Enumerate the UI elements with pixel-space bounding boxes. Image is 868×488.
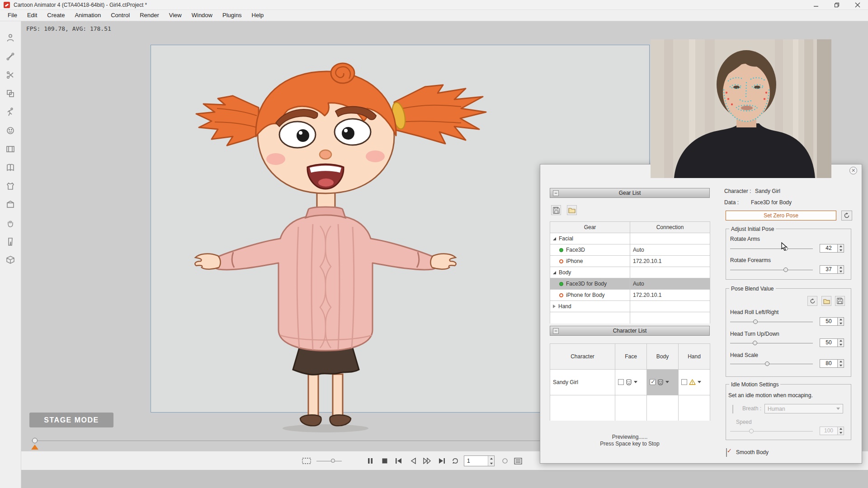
character-list-header[interactable]: − Character List	[550, 326, 710, 336]
hand-gear-dropdown-icon[interactable]	[698, 381, 701, 383]
head-turn-up-icon[interactable]	[838, 339, 844, 343]
frame-spin-down-icon[interactable]	[488, 461, 494, 466]
head-turn-slider[interactable]	[730, 340, 813, 346]
actor-icon[interactable]	[5, 32, 16, 44]
breath-checkbox[interactable]	[732, 405, 733, 413]
gear-row-iphone-for-body[interactable]: iPhone for Body 172.20.10.1	[550, 290, 710, 301]
frame-spin-up-icon[interactable]	[488, 456, 494, 461]
body-gear-dropdown-icon[interactable]	[665, 381, 669, 383]
next-frame-button[interactable]	[437, 456, 447, 466]
go-to-start-button[interactable]	[394, 456, 404, 466]
head-roll-value[interactable]: 50	[820, 317, 838, 326]
marquee-select-icon[interactable]	[302, 456, 311, 466]
head-scale-slider-thumb[interactable]	[765, 361, 769, 366]
pause-button[interactable]	[365, 456, 375, 466]
head-turn-down-icon[interactable]	[838, 343, 844, 347]
frame-spinner[interactable]	[488, 456, 494, 466]
rotate-forearms-spin[interactable]: 37	[820, 265, 844, 274]
reset-blend-icon[interactable]	[807, 296, 817, 306]
motion-icon[interactable]	[5, 106, 16, 118]
character-row-sandy-girl[interactable]: Sandy Girl	[550, 369, 710, 395]
menu-control[interactable]: Control	[106, 10, 135, 21]
head-scale-up-icon[interactable]	[838, 360, 844, 364]
speed-spin[interactable]: 100	[820, 427, 844, 435]
face-icon[interactable]	[5, 125, 16, 136]
previous-frame-button[interactable]	[408, 456, 418, 466]
head-turn-slider-thumb[interactable]	[753, 341, 757, 345]
leg-icon[interactable]	[5, 236, 16, 248]
zoom-slider-thumb[interactable]	[331, 459, 335, 463]
hand-warning-icon[interactable]	[689, 379, 696, 385]
menu-animation[interactable]: Animation	[70, 10, 106, 21]
rotate-arms-down-icon[interactable]	[838, 249, 844, 253]
rotate-arms-spin[interactable]: 42	[820, 244, 844, 253]
head-roll-down-icon[interactable]	[838, 322, 844, 326]
close-button[interactable]	[849, 0, 866, 10]
save-blend-icon[interactable]	[835, 296, 845, 306]
restore-button[interactable]	[828, 0, 845, 10]
frame-number-value[interactable]: 1	[464, 456, 488, 466]
body-enable-checkbox[interactable]	[650, 379, 656, 385]
menu-window[interactable]: Window	[187, 10, 217, 21]
head-scale-spin[interactable]: 80	[820, 359, 844, 368]
load-gear-folder-icon[interactable]	[567, 205, 577, 215]
gear-list-collapse-icon[interactable]: −	[553, 190, 559, 196]
rotate-forearms-slider-thumb[interactable]	[783, 267, 788, 272]
smooth-body-checkbox[interactable]	[726, 448, 727, 457]
rotate-arms-slider[interactable]	[730, 246, 813, 251]
menu-create[interactable]: Create	[42, 10, 70, 21]
playhead-marker[interactable]	[31, 445, 38, 450]
head-scale-down-icon[interactable]	[838, 364, 844, 368]
wardrobe-shirt-icon[interactable]	[5, 180, 16, 192]
layers-icon[interactable]	[5, 88, 16, 99]
panel-close-icon[interactable]: ✕	[849, 167, 857, 174]
zoom-slider-track[interactable]	[316, 461, 342, 461]
record-indicator-icon[interactable]	[500, 456, 510, 466]
rotate-forearms-slider[interactable]	[730, 267, 813, 272]
character-list-collapse-icon[interactable]: −	[553, 328, 559, 334]
timeline-scrub-track[interactable]	[32, 441, 540, 441]
gear-row-body[interactable]: Body	[550, 267, 710, 278]
face-mask-icon[interactable]	[626, 379, 632, 385]
hand-enable-checkbox[interactable]	[681, 379, 687, 385]
stage-mode-button[interactable]: STAGE MODE	[29, 413, 113, 427]
speed-slider-thumb[interactable]	[749, 429, 754, 433]
prop-box-icon[interactable]	[5, 199, 16, 211]
gear-row-face3d[interactable]: Face3D Auto	[550, 244, 710, 256]
refresh-pose-icon[interactable]	[841, 211, 852, 221]
menu-plugins[interactable]: Plugins	[217, 10, 247, 21]
head-roll-spin[interactable]: 50	[820, 317, 844, 326]
bone-icon[interactable]	[5, 51, 16, 62]
menu-render[interactable]: Render	[135, 10, 164, 21]
face-gear-dropdown-icon[interactable]	[634, 381, 637, 383]
rotate-forearms-value[interactable]: 37	[820, 265, 838, 274]
head-turn-value[interactable]: 50	[820, 338, 838, 347]
hand-icon[interactable]	[5, 217, 16, 229]
load-blend-folder-icon[interactable]	[821, 296, 831, 306]
gear-row-hand[interactable]: Hand	[550, 301, 710, 312]
head-scale-slider[interactable]	[730, 361, 813, 366]
stop-button[interactable]	[380, 456, 390, 466]
gear-row-face3d-for-body[interactable]: Face3D for Body Auto	[550, 278, 710, 290]
breath-type-dropdown[interactable]: Human	[764, 404, 843, 413]
cartoon-character[interactable]	[190, 59, 493, 434]
speed-up-icon[interactable]	[838, 427, 844, 431]
expander-open-icon[interactable]	[553, 271, 556, 274]
menu-file[interactable]: File	[3, 10, 22, 21]
body-mask-icon[interactable]	[657, 379, 664, 385]
face-enable-checkbox[interactable]	[618, 379, 624, 385]
gear-row-facial[interactable]: Facial	[550, 233, 710, 244]
timeline-scrub-thumb[interactable]	[32, 438, 38, 443]
head-turn-spin[interactable]: 50	[820, 338, 844, 347]
frame-number-input[interactable]: 1	[464, 455, 495, 466]
save-gear-icon[interactable]	[551, 205, 561, 215]
set-zero-pose-button[interactable]: Set Zero Pose	[726, 211, 836, 221]
content-book-icon[interactable]	[5, 162, 16, 174]
loop-button[interactable]	[450, 456, 460, 466]
expander-open-icon[interactable]	[553, 237, 556, 240]
speed-value[interactable]: 100	[820, 427, 838, 435]
play-forward-button[interactable]	[422, 456, 432, 466]
head-roll-slider[interactable]	[730, 319, 813, 324]
head-roll-up-icon[interactable]	[838, 318, 844, 322]
rotate-forearms-up-icon[interactable]	[838, 266, 844, 270]
